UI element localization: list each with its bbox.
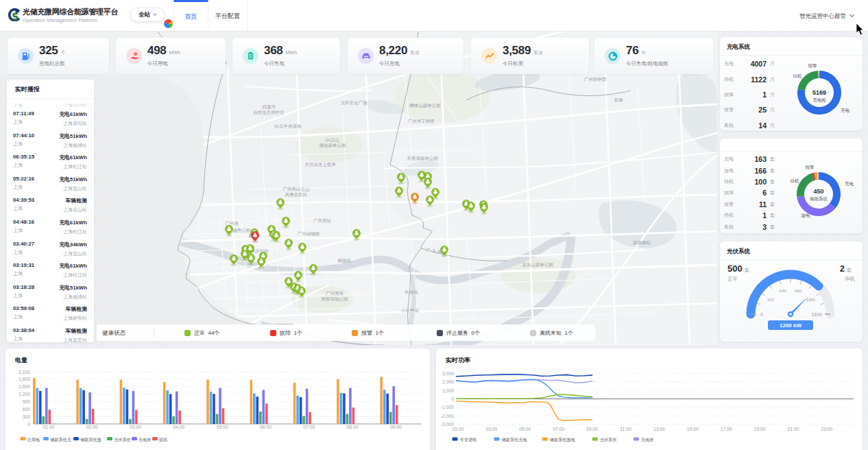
svg-text:13:00: 13:00 — [653, 427, 665, 431]
svg-text:21:00: 21:00 — [787, 427, 799, 431]
svg-text:储能系统充: 储能系统充 — [50, 437, 72, 442]
svg-text:09:00: 09:00 — [586, 427, 598, 431]
svg-text:11:00: 11:00 — [620, 427, 631, 431]
svg-text:储能系统放电: 储能系统放电 — [550, 437, 575, 442]
svg-text:报警: 报警 — [808, 63, 818, 69]
svg-text:白云中央湿地: 白云中央湿地 — [275, 123, 302, 129]
svg-text:1280: 1280 — [806, 298, 815, 302]
svg-text:越秀公园: 越秀公园 — [232, 228, 250, 233]
svg-text:0: 0 — [27, 422, 30, 427]
svg-text:06:00: 06:00 — [260, 425, 272, 429]
svg-text:-1,000: -1,000 — [441, 405, 454, 410]
svg-text:白云山: 白云山 — [326, 137, 339, 143]
svg-text:天鹿湖森林公园: 天鹿湖森林公园 — [407, 156, 438, 161]
svg-text:光伏系统: 光伏系统 — [600, 437, 618, 442]
svg-text:07:00: 07:00 — [303, 425, 315, 429]
svg-text:640: 640 — [780, 289, 787, 293]
svg-text:600: 600 — [23, 407, 31, 412]
svg-text:自然生态保护区: 自然生态保护区 — [253, 110, 285, 115]
svg-text:09:00: 09:00 — [390, 425, 402, 429]
svg-text:1,000: 1,000 — [442, 388, 454, 393]
svg-text:2,000: 2,000 — [442, 379, 454, 384]
svg-text:广州东站: 广州东站 — [313, 218, 332, 224]
svg-text:损耗: 损耗 — [159, 437, 167, 442]
svg-text:报警: 报警 — [805, 165, 815, 170]
svg-text:960: 960 — [795, 289, 802, 293]
svg-text:300: 300 — [23, 414, 31, 419]
svg-text:待机: 待机 — [791, 178, 800, 184]
svg-text:储能系统放: 储能系统放 — [80, 437, 102, 442]
svg-text:1,200: 1,200 — [19, 392, 30, 396]
svg-text:武溪湾: 武溪湾 — [261, 104, 276, 110]
svg-text:2,100: 2,100 — [19, 370, 30, 375]
svg-text:充电: 充电 — [841, 108, 850, 113]
svg-text:450: 450 — [813, 188, 823, 195]
svg-text:5169: 5169 — [812, 89, 826, 96]
svg-text:待机: 待机 — [793, 73, 803, 79]
svg-text:23:00: 23:00 — [821, 427, 832, 431]
svg-text:石佛: 石佛 — [614, 97, 624, 102]
svg-text:01:00: 01:00 — [452, 427, 463, 431]
svg-text:原始森林公园: 原始森林公园 — [320, 143, 346, 148]
svg-text:广州市白云山: 广州市白云山 — [283, 187, 311, 192]
svg-text:05:00: 05:00 — [217, 425, 228, 429]
svg-text:900: 900 — [23, 399, 31, 404]
svg-text:05:00: 05:00 — [519, 427, 531, 431]
svg-text:1,800: 1,800 — [19, 377, 30, 381]
svg-text:太和文化广场: 太和文化广场 — [341, 100, 367, 106]
svg-text:龙头山森林公园: 龙头山森林公园 — [522, 262, 553, 268]
svg-text:01:00: 01:00 — [43, 425, 54, 429]
svg-text:帽峰山森林公园: 帽峰山森林公园 — [409, 103, 441, 108]
svg-text:1200 kW: 1200 kW — [780, 322, 801, 329]
svg-text:19:00: 19:00 — [754, 427, 766, 431]
svg-text:广州理工学院: 广州理工学院 — [408, 119, 435, 124]
svg-text:1,500: 1,500 — [19, 384, 30, 389]
svg-text:04:00: 04:00 — [173, 425, 184, 429]
svg-text:充电枪: 充电枪 — [812, 97, 826, 103]
svg-text:国家湿地公园: 国家湿地公园 — [322, 296, 348, 301]
svg-text:充电桩: 充电桩 — [641, 437, 654, 442]
svg-text:02:00: 02:00 — [86, 425, 98, 429]
svg-text:新塘南站: 新塘南站 — [633, 240, 651, 246]
svg-text:储能系统: 储能系统 — [810, 196, 828, 202]
svg-text:风景名胜区: 风景名胜区 — [285, 192, 308, 198]
svg-text:广州动物园: 广州动物园 — [298, 231, 320, 237]
svg-text:0: 0 — [451, 396, 454, 401]
svg-text:17:00: 17:00 — [721, 427, 732, 431]
svg-text:总用电: 总用电 — [27, 437, 40, 442]
svg-text:03:00: 03:00 — [130, 425, 141, 429]
svg-text:专变进线: 专变进线 — [460, 437, 477, 442]
svg-text:-2,000: -2,000 — [441, 414, 454, 418]
svg-text:广州商学院: 广州商学院 — [584, 77, 607, 82]
svg-text:充电: 充电 — [845, 181, 854, 187]
svg-text:长洲岛: 长洲岛 — [405, 289, 418, 295]
svg-text:光伏系统: 光伏系统 — [114, 437, 132, 442]
svg-text:放电: 放电 — [801, 213, 811, 218]
svg-text:大河马水上世界: 大河马水上世界 — [304, 162, 336, 167]
svg-text:08:00: 08:00 — [347, 425, 359, 429]
svg-text:03:00: 03:00 — [485, 427, 497, 431]
svg-text:琶洲岛: 琶洲岛 — [337, 258, 351, 263]
svg-text:15:00: 15:00 — [687, 427, 699, 431]
svg-text:1600: 1600 — [811, 312, 822, 317]
svg-text:小谷围岛: 小谷围岛 — [401, 308, 419, 313]
svg-text:07:00: 07:00 — [553, 427, 564, 431]
svg-text:充电桩: 充电桩 — [138, 437, 152, 442]
svg-text:储能系统充电: 储能系统充电 — [502, 437, 527, 442]
svg-text:3,000: 3,000 — [442, 371, 454, 376]
svg-text:0: 0 — [760, 312, 763, 317]
svg-text:广州海珠: 广州海珠 — [326, 291, 344, 296]
svg-text:320: 320 — [767, 298, 775, 302]
